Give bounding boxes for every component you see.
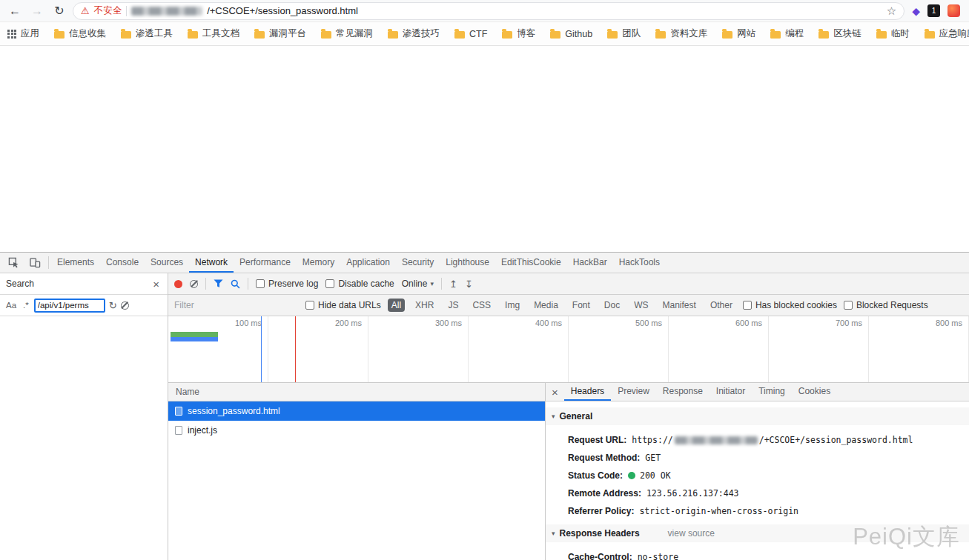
bookmark-folder[interactable]: 漏洞平台 — [254, 27, 306, 40]
tab-network[interactable]: Network — [189, 253, 234, 273]
close-details-icon[interactable]: × — [546, 383, 564, 401]
match-case-toggle[interactable]: Aa — [4, 300, 18, 310]
disclosure-triangle-icon: ▾ — [552, 530, 555, 537]
bookmark-folder[interactable]: 博客 — [502, 27, 535, 40]
network-timeline-overview[interactable]: 100 ms 200 ms 300 ms 400 ms 500 ms 600 m… — [168, 316, 969, 383]
folder-icon — [818, 31, 829, 39]
filter-type-js[interactable]: JS — [444, 299, 462, 312]
import-har-icon[interactable]: ↥ — [449, 279, 457, 290]
details-tab-cookies[interactable]: Cookies — [792, 383, 837, 401]
bookmark-folder[interactable]: 临时 — [876, 27, 910, 40]
tab-editthiscookie[interactable]: EditThisCookie — [495, 253, 567, 273]
black-extension-icon[interactable]: 1 — [927, 4, 940, 17]
bookmark-star-icon[interactable]: ☆ — [887, 4, 896, 18]
view-source-link[interactable]: view source — [668, 528, 715, 539]
filter-input[interactable] — [174, 299, 299, 312]
bookmark-folder[interactable]: 资料文库 — [655, 27, 707, 40]
throttling-dropdown[interactable]: Online ▾ — [402, 279, 434, 289]
bookmark-folder[interactable]: 常见漏洞 — [321, 27, 373, 40]
filter-type-img[interactable]: Img — [501, 299, 523, 312]
filter-type-xhr[interactable]: XHR — [411, 299, 437, 312]
tab-hackbar[interactable]: HackBar — [567, 253, 613, 273]
export-har-icon[interactable]: ↧ — [465, 279, 473, 290]
folder-icon — [876, 31, 887, 39]
general-section-header[interactable]: ▾ General — [546, 407, 969, 425]
blurred-host — [131, 7, 202, 16]
bookmark-folder[interactable]: 团队 — [607, 27, 641, 40]
folder-icon — [121, 31, 131, 39]
filter-type-other[interactable]: Other — [707, 299, 736, 312]
filter-type-font[interactable]: Font — [569, 299, 594, 312]
address-bar[interactable]: ⚠ 不安全 /+CSCOE+/session_password.html ☆ — [73, 2, 904, 20]
tab-performance[interactable]: Performance — [234, 253, 297, 273]
bookmark-folder[interactable]: 渗透工具 — [121, 27, 173, 40]
response-headers-section-header[interactable]: ▾ Response Headers view source — [546, 524, 969, 542]
refresh-search-icon[interactable]: ↻ — [109, 300, 117, 311]
request-row[interactable]: session_password.html — [168, 401, 545, 421]
reload-button[interactable]: ↻ — [50, 4, 68, 18]
preserve-log-checkbox[interactable] — [256, 279, 265, 288]
tab-console[interactable]: Console — [100, 253, 145, 273]
tab-memory[interactable]: Memory — [297, 253, 340, 273]
bookmark-folder[interactable]: 工具文档 — [188, 27, 239, 40]
bookmark-folder[interactable]: CTF — [454, 29, 487, 39]
tab-elements[interactable]: Elements — [51, 253, 100, 273]
folder-icon — [655, 31, 666, 39]
filter-type-css[interactable]: CSS — [469, 299, 495, 312]
bookmark-label: 渗透技巧 — [403, 27, 440, 40]
forward-button[interactable]: → — [28, 4, 46, 18]
status-ok-dot-icon — [628, 472, 635, 479]
bookmark-folder[interactable]: 编程 — [770, 27, 804, 40]
details-tab-initiator[interactable]: Initiator — [710, 383, 752, 401]
filter-type-media[interactable]: Media — [530, 299, 562, 312]
tab-lighthouse[interactable]: Lighthouse — [440, 253, 495, 273]
folder-icon — [550, 31, 560, 39]
hide-data-urls-checkbox[interactable] — [305, 301, 314, 310]
bookmark-label: 网站 — [737, 27, 755, 40]
blocked-requests-checkbox[interactable] — [844, 301, 853, 310]
bookmark-folder[interactable]: 网站 — [722, 27, 755, 40]
request-name: session_password.html — [188, 406, 280, 416]
bookmark-folder[interactable]: Github — [550, 29, 592, 39]
back-button[interactable]: ← — [6, 4, 24, 18]
regex-toggle[interactable]: .* — [22, 300, 30, 310]
request-row[interactable]: inject.js — [168, 421, 545, 440]
details-tab-preview[interactable]: Preview — [611, 383, 656, 401]
preserve-log-label: Preserve log — [268, 279, 318, 289]
url-scheme: https:// — [632, 435, 672, 445]
record-icon[interactable] — [174, 280, 182, 288]
clear-search-icon[interactable] — [121, 301, 129, 310]
bookmark-label: 临时 — [891, 27, 910, 40]
bookmark-folder[interactable]: 区块链 — [818, 27, 861, 40]
device-toolbar-icon[interactable] — [24, 253, 46, 273]
disable-cache-checkbox[interactable] — [325, 279, 334, 288]
inspect-element-icon[interactable] — [3, 253, 24, 273]
tab-hacktools[interactable]: HackTools — [613, 253, 666, 273]
tab-application[interactable]: Application — [340, 253, 396, 273]
filter-funnel-icon[interactable] — [214, 279, 223, 288]
blocked-requests-label: Blocked Requests — [856, 300, 928, 310]
details-tab-response[interactable]: Response — [656, 383, 710, 401]
search-requests-icon[interactable] — [231, 279, 240, 289]
bookmark-folder[interactable]: 应急响应 — [925, 27, 969, 40]
tab-security[interactable]: Security — [396, 253, 440, 273]
has-blocked-cookies-checkbox[interactable] — [743, 301, 752, 310]
close-search-icon[interactable]: × — [151, 278, 162, 290]
details-tab-timing[interactable]: Timing — [752, 383, 792, 401]
bookmark-folder[interactable]: 信息收集 — [54, 27, 106, 40]
tab-sources[interactable]: Sources — [145, 253, 189, 273]
search-input[interactable] — [34, 299, 105, 313]
filter-type-all[interactable]: All — [388, 299, 405, 312]
details-tab-headers[interactable]: Headers — [564, 383, 611, 401]
filter-type-ws[interactable]: WS — [630, 299, 652, 312]
not-secure-label[interactable]: 不安全 — [94, 4, 122, 17]
filter-type-doc[interactable]: Doc — [601, 299, 624, 312]
field-value: no-store — [638, 552, 678, 560]
purple-extension-icon[interactable]: ◆ — [912, 6, 920, 16]
clear-requests-icon[interactable] — [190, 280, 198, 288]
requests-name-column-header[interactable]: Name — [168, 383, 545, 401]
apps-shortcut[interactable]: 应用 — [7, 27, 39, 40]
bookmark-folder[interactable]: 渗透技巧 — [388, 27, 440, 40]
red-extension-icon[interactable] — [947, 4, 960, 17]
filter-type-manifest[interactable]: Manifest — [659, 299, 700, 312]
